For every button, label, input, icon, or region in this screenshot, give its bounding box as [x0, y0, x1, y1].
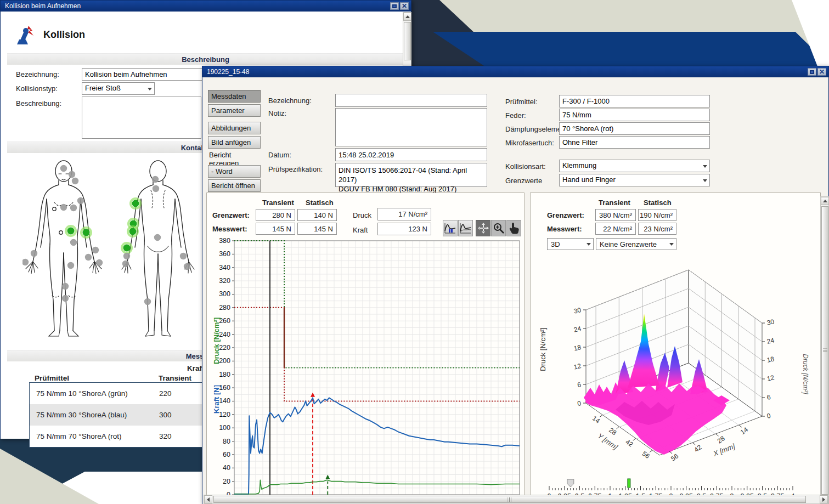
contact-dot-gray[interactable]: [92, 247, 99, 253]
scrollbar-thumb[interactable]: [213, 496, 806, 503]
col-transient: Transient: [599, 199, 630, 207]
curve-dual-icon[interactable]: [458, 220, 473, 236]
window2-hscrollbar[interactable]: [204, 495, 828, 504]
scroll-left-icon[interactable]: [204, 495, 212, 503]
slider-time-marker[interactable]: [628, 479, 630, 488]
close-button[interactable]: ✕: [817, 68, 826, 76]
window2-vscrollbar[interactable]: [820, 196, 829, 504]
scroll-right-icon[interactable]: [820, 495, 828, 503]
kollisionstyp-select[interactable]: Freier Stoß: [82, 82, 155, 95]
contact-dot-gray[interactable]: [62, 295, 69, 302]
grenzlinien-select[interactable]: Keine Grenzwerte: [596, 238, 676, 250]
contact-dot-gray[interactable]: [85, 254, 92, 261]
body-map-front[interactable]: [22, 157, 110, 339]
kollisionsart-select[interactable]: Klemmung: [559, 160, 710, 172]
scroll-up-icon[interactable]: [403, 13, 411, 21]
notiz-label: Notiz:: [268, 109, 286, 117]
grenzwerte-select[interactable]: Hand und Finger: [559, 174, 710, 186]
contact-dot-gray[interactable]: [77, 197, 84, 204]
bezeichnung-label: Bezeichnung:: [268, 97, 312, 105]
pressure-3d-surface-chart[interactable]: 006612121818242430301428425614284256Y [m…: [533, 251, 819, 481]
kraft-label: Kraft: [353, 226, 368, 234]
beschreibung-textarea[interactable]: [82, 97, 201, 139]
contact-dot-green[interactable]: [67, 228, 75, 235]
force-time-chart[interactable]: 0204060801001201401601802002202402602803…: [211, 238, 524, 504]
feder-input[interactable]: [559, 109, 710, 121]
contact-dot-gray[interactable]: [70, 205, 77, 211]
sidebar-item-abbildungen[interactable]: Abbildungen: [208, 122, 261, 134]
grenzwert-statisch-box: 140 N: [297, 209, 337, 221]
close-button[interactable]: ✕: [400, 2, 409, 10]
contact-dot-gray[interactable]: [153, 185, 159, 192]
contact-dot-gray[interactable]: [122, 261, 129, 267]
contact-dot-gray[interactable]: [180, 253, 187, 259]
contact-dot-gray[interactable]: [62, 283, 69, 290]
svg-text:180: 180: [219, 371, 230, 378]
scrollbar-thumb[interactable]: [404, 22, 411, 60]
sidebar-item-parameter[interactable]: Parameter: [208, 104, 261, 117]
contact-dot-gray[interactable]: [67, 262, 74, 269]
daempfungselement-input[interactable]: [559, 122, 710, 135]
contact-dot-ring[interactable]: [53, 207, 56, 211]
pressure-chart-panel: Transient Statisch Grenzwert: 380 N/cm² …: [530, 192, 821, 504]
scrollbar-thumb[interactable]: [821, 206, 828, 495]
contact-dot-gray[interactable]: [154, 234, 161, 241]
sidebar-item-bericht-ffnen[interactable]: Bericht öffnen: [208, 179, 261, 192]
pruefmittel-input[interactable]: [559, 95, 710, 107]
svg-text:14: 14: [739, 426, 749, 436]
svg-text:X [mm]: X [mm]: [712, 442, 736, 458]
body-map-back[interactable]: [117, 157, 205, 339]
curve-pause-icon[interactable]: [443, 220, 458, 236]
notiz-textarea[interactable]: [335, 108, 487, 146]
hand-pointer-icon[interactable]: [506, 220, 521, 236]
contact-dot-gray[interactable]: [152, 176, 159, 183]
view-mode-select[interactable]: 3D: [547, 238, 594, 250]
contact-dot-green[interactable]: [83, 229, 90, 236]
contact-dot-gray[interactable]: [60, 204, 67, 211]
messwert-transient-box: 145 N: [256, 223, 295, 235]
mikrofasertuch-input[interactable]: [559, 136, 710, 149]
bezeichnung-input[interactable]: [335, 94, 487, 107]
contact-dot-gray[interactable]: [70, 239, 77, 246]
svg-text:240: 240: [219, 331, 230, 338]
contact-dot-green[interactable]: [123, 245, 131, 252]
scroll-up-icon[interactable]: [821, 197, 829, 205]
contact-dot-gray[interactable]: [69, 171, 75, 178]
contact-dot-ring[interactable]: [59, 231, 63, 234]
window2-titlebar[interactable]: 190225_15-48 ✕: [202, 66, 828, 77]
maximize-icon: [392, 4, 397, 8]
sidebar-item-bild-anf-gen[interactable]: Bild anfügen: [208, 136, 261, 149]
contact-dot-gray[interactable]: [72, 178, 78, 184]
contact-dot-gray[interactable]: [144, 298, 151, 305]
svg-text:30: 30: [766, 318, 775, 327]
pruefspezifikation-box[interactable]: DIN ISO/TS 15066:2017-04 (Stand: April 2…: [335, 163, 487, 187]
sidebar-item-messdaten[interactable]: Messdaten: [208, 90, 261, 103]
bezeichnung-label: Bezeichnung:: [16, 70, 59, 78]
zoom-icon[interactable]: [491, 220, 506, 236]
page-title: Kollision: [43, 29, 85, 41]
svg-text:Kraft [N]: Kraft [N]: [212, 385, 221, 414]
svg-text:120: 120: [219, 411, 230, 418]
contact-dot-gray[interactable]: [184, 263, 190, 270]
cell-pruefmittel: 75 N/mm 30 °ShoreA (blau): [30, 411, 159, 419]
maximize-button[interactable]: [808, 68, 816, 76]
svg-text:Druck [N/cm²]: Druck [N/cm²]: [802, 354, 809, 394]
contact-dot-gray[interactable]: [22, 259, 29, 265]
datum-input[interactable]: [335, 148, 487, 161]
svg-text:100: 100: [219, 424, 230, 432]
contact-dot-green[interactable]: [129, 228, 137, 235]
slider-thumb[interactable]: [567, 479, 574, 487]
contact-dot-gray[interactable]: [60, 165, 67, 172]
svg-text:14: 14: [591, 415, 601, 425]
sidebar-item--word[interactable]: - Word: [208, 165, 261, 178]
contact-dot-gray[interactable]: [123, 253, 130, 259]
svg-text:320: 320: [219, 277, 230, 285]
pan-move-icon[interactable]: [476, 220, 490, 236]
contact-dot-gray[interactable]: [31, 250, 37, 257]
contact-dot-green[interactable]: [132, 200, 139, 207]
svg-text:56: 56: [641, 450, 651, 460]
svg-text:280: 280: [219, 304, 230, 312]
maximize-button[interactable]: [390, 2, 399, 10]
window1-titlebar[interactable]: Kollision beim Aufnehmen ✕: [1, 1, 411, 12]
contact-dot-gray[interactable]: [96, 259, 103, 266]
